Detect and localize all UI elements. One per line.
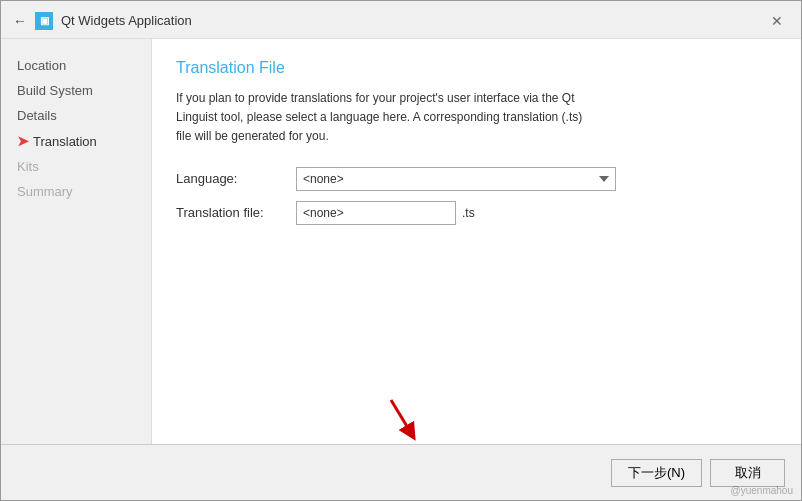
close-button[interactable]: ✕ <box>765 11 789 31</box>
language-select[interactable]: <none> <box>296 167 616 191</box>
language-label: Language: <box>176 171 296 186</box>
sidebar-item-label-details: Details <box>17 108 57 123</box>
desc-line2: Linguist tool, please select a language … <box>176 110 582 124</box>
next-button[interactable]: 下一步(N) <box>611 459 702 487</box>
title-bar-left: ← ▣ Qt Widgets Application <box>13 12 192 30</box>
desc-line3: file will be generated for you. <box>176 129 329 143</box>
translation-file-input[interactable] <box>296 201 456 225</box>
app-icon: ▣ <box>35 12 53 30</box>
file-extension: .ts <box>462 206 475 220</box>
main-content: Translation File If you plan to provide … <box>151 39 801 444</box>
sidebar-item-label-build-system: Build System <box>17 83 93 98</box>
desc-line1: If you plan to provide translations for … <box>176 91 575 105</box>
watermark: @yuenmahou <box>731 485 793 496</box>
description: If you plan to provide translations for … <box>176 89 656 147</box>
sidebar-item-label-translation: Translation <box>33 134 97 149</box>
cancel-button[interactable]: 取消 <box>710 459 785 487</box>
sidebar-item-translation[interactable]: ➤ Translation <box>9 130 143 152</box>
sidebar-item-summary[interactable]: Summary <box>9 181 143 202</box>
translation-file-row: Translation file: .ts <box>176 201 777 225</box>
section-title: Translation File <box>176 59 777 77</box>
translation-file-input-group: .ts <box>296 201 475 225</box>
sidebar-item-label-kits: Kits <box>17 159 39 174</box>
back-button[interactable]: ← <box>13 13 27 29</box>
active-arrow-icon: ➤ <box>17 133 29 149</box>
language-select-wrapper: <none> <box>296 167 616 191</box>
language-row: Language: <none> <box>176 167 777 191</box>
content-area: Location Build System Details ➤ Translat… <box>1 39 801 444</box>
next-arrow-icon <box>381 395 431 445</box>
arrow-decoration-wrapper <box>381 395 431 448</box>
sidebar-item-location[interactable]: Location <box>9 55 143 76</box>
sidebar-item-label-location: Location <box>17 58 66 73</box>
svg-line-1 <box>391 400 411 433</box>
sidebar: Location Build System Details ➤ Translat… <box>1 39 151 444</box>
footer: 下一步(N) 取消 @yuenmahou <box>1 444 801 500</box>
translation-file-label: Translation file: <box>176 205 296 220</box>
sidebar-item-label-summary: Summary <box>17 184 73 199</box>
window-title: Qt Widgets Application <box>61 13 192 28</box>
sidebar-item-details[interactable]: Details <box>9 105 143 126</box>
sidebar-item-kits[interactable]: Kits <box>9 156 143 177</box>
wizard-window: ← ▣ Qt Widgets Application ✕ Location Bu… <box>0 0 802 501</box>
title-bar: ← ▣ Qt Widgets Application ✕ <box>1 1 801 39</box>
sidebar-item-build-system[interactable]: Build System <box>9 80 143 101</box>
